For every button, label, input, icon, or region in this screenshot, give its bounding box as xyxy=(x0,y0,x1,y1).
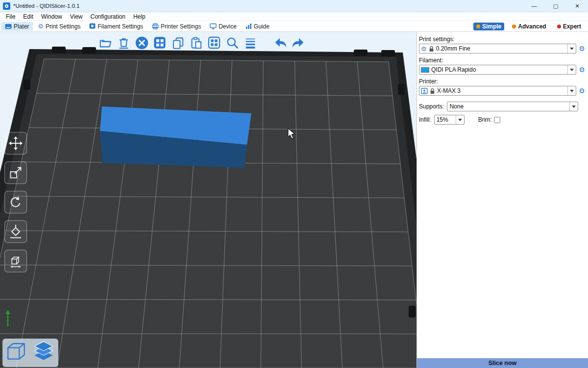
build-plate-canvas[interactable] xyxy=(0,32,416,368)
paste-icon xyxy=(190,36,203,50)
mode-expert[interactable]: Expert xyxy=(554,23,584,30)
tab-guide[interactable]: Guide xyxy=(242,22,273,31)
mode-advanced[interactable]: Advanced xyxy=(509,23,549,30)
simple-dot-icon xyxy=(476,25,480,28)
dropdown-chevron[interactable] xyxy=(456,115,464,124)
dropdown-chevron[interactable] xyxy=(569,102,578,111)
place-on-face-tool-button[interactable] xyxy=(4,220,27,243)
menu-bar: File Edit Window View Configuration Help xyxy=(0,12,588,21)
print-settings-label: Print settings: xyxy=(419,36,586,43)
gear-icon: ⚙ xyxy=(38,23,44,29)
view-toggle xyxy=(2,339,58,367)
mode-simple[interactable]: Simple xyxy=(473,23,504,30)
fill-bed-icon xyxy=(207,36,221,50)
delete-all-button[interactable] xyxy=(133,34,150,51)
printer-icon xyxy=(421,88,428,94)
copy-button[interactable] xyxy=(170,34,186,51)
preview-layers-icon xyxy=(31,341,56,363)
advanced-dot-icon xyxy=(512,25,516,28)
infill-combo[interactable]: 15% xyxy=(434,115,465,125)
filament-combo[interactable]: QIDI PLA Rapido xyxy=(419,65,576,75)
move-icon xyxy=(8,136,23,151)
guide-icon xyxy=(245,23,252,29)
open-project-button[interactable] xyxy=(97,34,114,51)
undo-icon xyxy=(273,36,287,50)
arrange-button[interactable] xyxy=(151,34,168,51)
open-folder-icon xyxy=(99,36,112,50)
menu-configuration[interactable]: Configuration xyxy=(87,13,129,20)
minimize-button[interactable]: — xyxy=(523,0,545,12)
tab-label: Guide xyxy=(254,23,270,30)
model-object[interactable] xyxy=(100,106,251,168)
tab-plater[interactable]: Plater xyxy=(1,22,33,31)
redo-button[interactable] xyxy=(290,34,307,51)
rotate-tool-button[interactable] xyxy=(4,191,27,213)
filament-icon xyxy=(89,23,96,29)
mode-label: Simple xyxy=(482,23,501,30)
arrange-icon xyxy=(153,36,167,50)
preview-view-button[interactable] xyxy=(31,341,56,365)
maximize-button[interactable]: ▢ xyxy=(545,0,566,12)
app-window: *Untitled - QIDISlicer-1.0.1 — ▢ ✕ File … xyxy=(0,0,588,368)
edit-printer-button[interactable]: ⚙ xyxy=(578,87,586,94)
edit-filament-button[interactable]: ⚙ xyxy=(578,66,586,73)
tab-label: Printer Settings xyxy=(161,23,201,30)
brim-checkbox[interactable] xyxy=(494,117,500,123)
tab-label: Filament Settings xyxy=(98,23,143,30)
menu-edit[interactable]: Edit xyxy=(19,13,37,20)
infill-value: 15% xyxy=(437,116,456,123)
settings-sidebar: Print settings: ⚙ 0.20mm Fine ⚙ Filament… xyxy=(416,32,588,368)
print-settings-combo[interactable]: ⚙ 0.20mm Fine xyxy=(419,44,576,53)
tab-print-settings[interactable]: ⚙ Print Settings xyxy=(34,22,84,31)
3d-viewport[interactable] xyxy=(0,32,416,368)
undo-button[interactable] xyxy=(272,34,289,51)
mode-label: Advanced xyxy=(518,23,546,30)
measure-tool-button[interactable] xyxy=(4,250,27,272)
menu-window[interactable]: Window xyxy=(37,13,66,20)
print-settings-value: 0.20mm Fine xyxy=(436,45,565,52)
copy-icon xyxy=(172,36,185,50)
title-bar: *Untitled - QIDISlicer-1.0.1 — ▢ ✕ xyxy=(0,0,588,12)
brim-label: Brim: xyxy=(478,116,492,123)
dropdown-chevron[interactable] xyxy=(567,44,576,53)
search-button[interactable] xyxy=(224,34,241,51)
dropdown-chevron[interactable] xyxy=(567,65,576,74)
tab-device[interactable]: Device xyxy=(206,22,241,31)
lock-icon xyxy=(430,88,435,94)
scale-icon xyxy=(8,165,23,180)
move-tool-button[interactable] xyxy=(4,132,27,155)
tab-bar: Plater ⚙ Print Settings Filament Setting… xyxy=(0,21,588,32)
rotate-icon xyxy=(8,195,23,210)
scale-tool-button[interactable] xyxy=(4,161,27,184)
supports-label: Supports: xyxy=(419,103,444,110)
tab-filament-settings[interactable]: Filament Settings xyxy=(85,22,147,31)
app-logo-icon xyxy=(3,2,10,10)
trash-icon xyxy=(117,36,130,50)
slice-now-button[interactable]: Slice now xyxy=(417,358,588,368)
dropdown-chevron[interactable] xyxy=(567,86,576,95)
printer-combo[interactable]: X-MAX 3 xyxy=(419,86,576,96)
measure-icon xyxy=(8,254,23,268)
filament-color-swatch xyxy=(421,67,429,73)
close-button[interactable]: ✕ xyxy=(566,0,588,12)
menu-view[interactable]: View xyxy=(66,13,87,20)
expert-dot-icon xyxy=(557,25,561,28)
printer-label: Printer: xyxy=(419,78,586,85)
tab-label: Print Settings xyxy=(46,23,80,30)
lock-icon xyxy=(429,46,434,52)
delete-all-icon xyxy=(135,36,149,50)
menu-help[interactable]: Help xyxy=(129,13,149,20)
edit-print-settings-button[interactable]: ⚙ xyxy=(578,45,586,52)
editor-view-button[interactable] xyxy=(5,341,27,365)
gizmo-toolbar xyxy=(4,132,27,272)
tab-printer-settings[interactable]: Printer Settings xyxy=(148,22,205,31)
fill-bed-button[interactable] xyxy=(206,34,222,51)
paste-button[interactable] xyxy=(188,34,204,51)
supports-combo[interactable]: None xyxy=(447,102,578,111)
delete-button[interactable] xyxy=(115,34,132,51)
menu-file[interactable]: File xyxy=(2,13,19,20)
printer-icon xyxy=(152,23,159,29)
tab-label: Device xyxy=(219,23,237,30)
filament-label: Filament: xyxy=(419,57,586,64)
variable-layer-height-button[interactable] xyxy=(242,34,259,51)
